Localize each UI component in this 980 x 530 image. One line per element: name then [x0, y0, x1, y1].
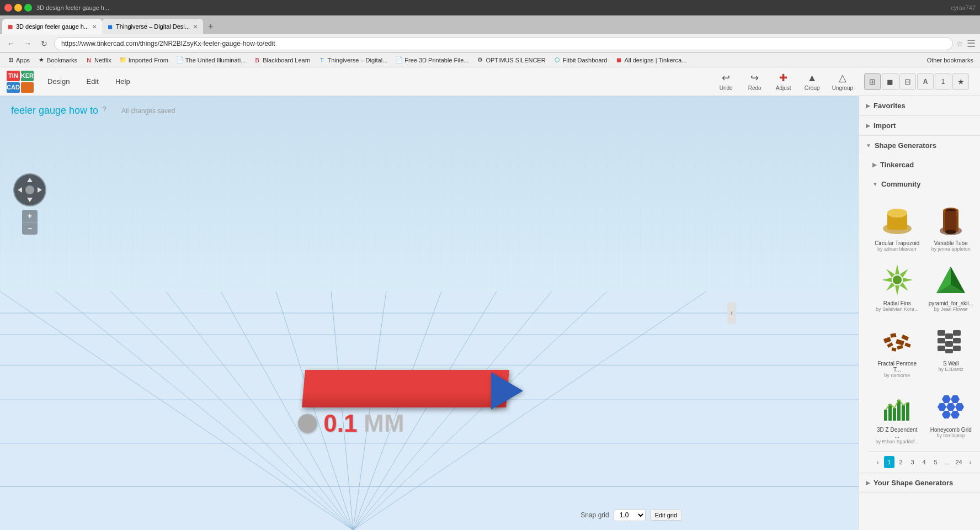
tinkercad-logo[interactable]: TIN KER CAD: [7, 71, 29, 93]
new-tab-button[interactable]: +: [203, 19, 219, 34]
tab-bar: ◼ 3D design feeler gauge h... ✕ ◼ Thingi…: [0, 15, 980, 34]
minimize-button[interactable]: [14, 4, 22, 12]
bookmark-thingiverse[interactable]: T Thingiverse – Digital...: [315, 55, 391, 65]
tab-close-thingiverse[interactable]: ✕: [193, 24, 198, 30]
community-header[interactable]: ▼ Community: [868, 174, 980, 194]
forward-button[interactable]: →: [21, 37, 34, 50]
design-nav-button[interactable]: Design: [40, 74, 77, 89]
community-label: Community: [881, 180, 921, 188]
bookmark-free3d[interactable]: 📄 Free 3D Printable File...: [392, 55, 472, 65]
maximize-button[interactable]: [24, 4, 32, 12]
tab-icon-thingiverse: ◼: [108, 23, 113, 30]
your-shapes-header[interactable]: ▶ Your Shape Generators: [859, 473, 980, 492]
gauge-unit: MM: [364, 410, 404, 437]
mesh-view-button[interactable]: ⊟: [899, 73, 916, 90]
svg-rect-72: [902, 405, 905, 421]
tab-close-tinkercad[interactable]: ✕: [92, 24, 97, 30]
page-4-button[interactable]: 4: [919, 456, 929, 468]
svg-marker-46: [885, 267, 894, 277]
shape-item-s-wall[interactable]: S Wall by EJBantz: [926, 319, 976, 380]
svg-rect-63: [945, 341, 953, 347]
svg-marker-43: [895, 285, 899, 295]
shape-thumb-radial-fins: [878, 261, 917, 299]
svg-rect-64: [953, 338, 961, 343]
shape-item-radial-fins[interactable]: Radial Fins by Selelvian Kora...: [872, 258, 922, 314]
shape-name-circular-trapezoid: Circular Trapezoid: [875, 240, 919, 246]
group-button[interactable]: ▲ Group: [799, 70, 825, 93]
page-1-button[interactable]: 1: [884, 456, 894, 468]
back-button[interactable]: ←: [4, 37, 18, 50]
address-bar: ← → ↻ https://www.tinkercad.com/things/2…: [0, 34, 980, 53]
page-2-button[interactable]: 2: [896, 456, 906, 468]
panel-toggle-button[interactable]: ›: [727, 302, 736, 324]
zoom-in-button[interactable]: +: [22, 210, 38, 222]
viewport[interactable]: feeler gauge how to All changes saved ?: [0, 96, 859, 530]
text-view-button[interactable]: A: [917, 73, 934, 90]
import-section: ▶ Import: [859, 116, 980, 136]
edit-grid-button[interactable]: Edit grid: [650, 510, 682, 521]
svg-marker-39: [895, 264, 899, 274]
ungroup-button[interactable]: △ Ungroup: [828, 70, 858, 93]
tinkercad-sub-header[interactable]: ▶ Tinkercad: [868, 155, 980, 174]
bookmark-netflix[interactable]: N Netflix: [82, 55, 115, 65]
tab-thingiverse[interactable]: ◼ Thingiverse – Digital Desi... ✕: [102, 19, 203, 34]
tinkercad-sub-label: Tinkercad: [880, 161, 914, 169]
shape-item-honeycomb[interactable]: Honeycomb Grid by tomlaptop: [926, 385, 976, 447]
tab-tinkercad[interactable]: ◼ 3D design feeler gauge h... ✕: [2, 19, 102, 34]
shape-item-fractal-penrose[interactable]: Fractal Penrose T... by n8morse: [872, 319, 922, 380]
help-icon[interactable]: ?: [102, 105, 106, 114]
url-input[interactable]: https://www.tinkercad.com/things/2NR2BIZ…: [54, 37, 953, 50]
shape-item-pyramid[interactable]: pyramid_for_skil... by Jean Flower: [926, 258, 976, 314]
bookmark-star-icon[interactable]: ☆: [956, 39, 963, 48]
star-view-button[interactable]: ★: [952, 73, 969, 90]
svg-marker-40: [899, 267, 909, 277]
bookmark-fitbit[interactable]: ⬡ Fitbit Dashboard: [550, 55, 611, 65]
window-controls[interactable]: [4, 4, 32, 12]
shape-item-circular-trapezoid[interactable]: Circular Trapezoid by adrian blascarr: [872, 198, 922, 254]
redo-button[interactable]: ↪ Redo: [742, 70, 768, 93]
bookmark-imported[interactable]: 📁 Imported From: [116, 55, 172, 65]
svg-rect-59: [938, 330, 945, 336]
import-header[interactable]: ▶ Import: [859, 116, 980, 135]
edit-nav-button[interactable]: Edit: [78, 74, 106, 89]
svg-marker-78: [955, 403, 964, 411]
page-5-button[interactable]: 5: [930, 456, 941, 468]
close-button[interactable]: [4, 4, 12, 12]
count-view-button[interactable]: 1: [935, 73, 951, 90]
import-label: Import: [874, 121, 896, 130]
page-3-button[interactable]: 3: [907, 456, 918, 468]
bookmark-other[interactable]: Other bookmarks: [924, 56, 977, 65]
adjust-label: Adjust: [776, 85, 791, 91]
snap-grid-select[interactable]: 1.0 0.5 0.25 2.0 5.0: [614, 509, 646, 521]
gauge-red-body: [302, 370, 509, 407]
adjust-button[interactable]: ✚ Adjust: [770, 70, 797, 93]
help-nav-button[interactable]: Help: [108, 74, 138, 89]
snap-grid-label: Snap grid: [580, 511, 609, 519]
svg-rect-65: [938, 346, 945, 351]
reload-button[interactable]: ↻: [38, 37, 51, 50]
design-title[interactable]: feeler gauge how to: [11, 105, 98, 116]
shape-item-3d-z-dependent[interactable]: 3D Z Dependent ... by Ethan Sparklef...: [872, 385, 922, 447]
shape-thumb-honeycomb: [931, 387, 970, 426]
header-nav: Design Edit Help: [40, 74, 138, 89]
bookmark-apps[interactable]: ⊞ Apps: [3, 55, 33, 65]
bookmark-alldesigns[interactable]: ◼ All designs | Tinkerca...: [611, 55, 690, 65]
bookmark-illuminati[interactable]: 📄 The United Illuminati...: [173, 55, 249, 65]
bookmark-blackboard[interactable]: B Blackboard Learn: [250, 55, 313, 65]
page-24-button[interactable]: 24: [954, 456, 964, 468]
bookmark-optimus[interactable]: ⚙ OPTIMUS SILENCER: [473, 55, 548, 65]
grid-view-button[interactable]: ⊞: [864, 73, 881, 90]
shape-item-variable-tube[interactable]: Variable Tube by jenna appleton: [926, 198, 976, 254]
svg-marker-74: [942, 395, 951, 403]
settings-icon[interactable]: ☰: [967, 38, 976, 50]
zoom-out-button[interactable]: −: [22, 222, 38, 235]
cube-view-button[interactable]: ◼: [882, 73, 898, 90]
bookmark-bookmarks[interactable]: ★ Bookmarks: [34, 55, 81, 65]
next-page-button[interactable]: ›: [965, 456, 976, 468]
ungroup-label: Ungroup: [832, 85, 853, 91]
shape-generators-header[interactable]: ▼ Shape Generators: [859, 136, 980, 155]
undo-button[interactable]: ↩ Undo: [713, 70, 739, 93]
pan-control[interactable]: [13, 173, 46, 206]
prev-page-button[interactable]: ‹: [872, 456, 883, 468]
favorites-header[interactable]: ▶ Favorites: [859, 96, 980, 115]
